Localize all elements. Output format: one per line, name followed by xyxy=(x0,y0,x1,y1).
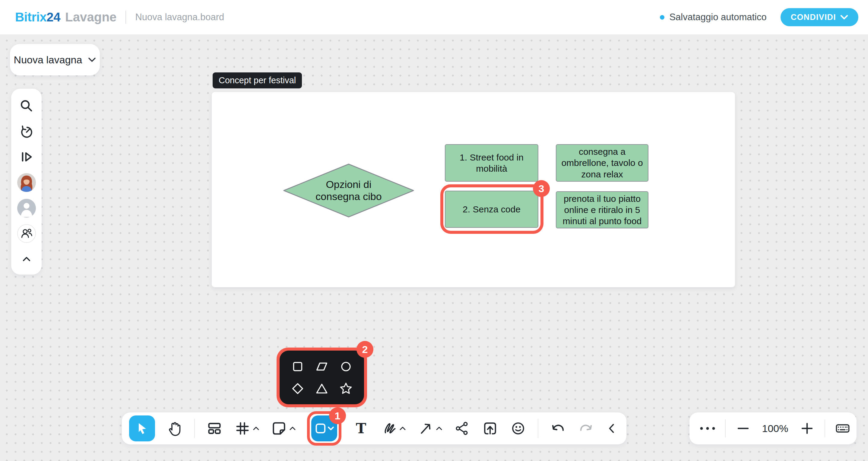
triangle-icon xyxy=(315,382,329,396)
zoom-in-button[interactable] xyxy=(799,420,815,437)
upload-tool-button[interactable] xyxy=(482,420,499,437)
chevron-up-icon xyxy=(20,252,33,266)
whiteboard-frame[interactable]: Opzioni di consegna cibo 1. Street food … xyxy=(212,92,735,287)
toolbar-divider xyxy=(538,419,538,438)
tutorial-highlight-ring xyxy=(440,184,544,234)
diagram-node[interactable]: 1. Street food in mobilità xyxy=(445,144,538,182)
pen-tool-group xyxy=(381,420,406,437)
frame-icon xyxy=(235,421,250,436)
undo-icon xyxy=(550,421,566,436)
history-icon xyxy=(19,124,34,140)
diagram-node[interactable]: prenota il tuo piatto online e ritiralo … xyxy=(556,191,648,228)
redo-icon xyxy=(578,421,594,436)
arrow-tool-group xyxy=(417,420,442,437)
chevron-up-icon[interactable] xyxy=(253,426,259,431)
zoom-out-button[interactable] xyxy=(735,420,752,437)
ellipsis-icon xyxy=(700,426,716,431)
logo-bitrix: Bitrix xyxy=(15,10,46,25)
text-tool-button[interactable]: T xyxy=(352,420,369,437)
shape-option-star[interactable] xyxy=(338,380,354,397)
autosave-status: Salvataggio automatico xyxy=(660,12,766,23)
zoom-level[interactable]: 100% xyxy=(761,423,789,434)
breadcrumb: Nuova lavagna.board xyxy=(135,12,224,23)
sticky-note-tool-button[interactable] xyxy=(271,420,287,437)
text-tool-icon: T xyxy=(356,422,366,435)
follow-cursor-icon xyxy=(19,149,34,165)
node-label: 1. Street food in mobilità xyxy=(447,152,536,174)
star-icon xyxy=(339,382,353,396)
frame-tool-button[interactable] xyxy=(234,420,251,437)
diagram-node[interactable]: consegna a ombrellone, tavolo o zona rel… xyxy=(556,144,648,182)
scribble-pen-icon xyxy=(381,421,397,436)
upload-icon xyxy=(483,421,498,436)
shape-option-parallelogram[interactable] xyxy=(313,358,330,375)
circle-icon xyxy=(339,360,353,373)
chevron-left-icon xyxy=(606,422,618,435)
parallelogram-icon xyxy=(315,360,329,373)
connector-tool-button[interactable] xyxy=(454,420,470,437)
chevron-up-icon[interactable] xyxy=(289,426,296,431)
chevron-down-icon xyxy=(840,15,848,20)
redo-button[interactable] xyxy=(578,420,594,437)
follow-cursor-button[interactable] xyxy=(17,148,36,166)
chevron-up-icon[interactable] xyxy=(436,426,442,431)
frame-title[interactable]: Concept per festival xyxy=(213,72,302,88)
chevron-up-icon[interactable] xyxy=(399,426,406,431)
collapse-panel-button[interactable] xyxy=(17,250,36,269)
shape-picker-popup xyxy=(280,350,364,404)
invite-users-button[interactable] xyxy=(17,224,36,243)
undo-button[interactable] xyxy=(550,420,566,437)
avatar-photo-image xyxy=(17,173,36,192)
board-switcher[interactable]: Nuova lavagna xyxy=(10,44,100,75)
layout-templates-icon xyxy=(207,421,222,436)
diamond-icon xyxy=(291,382,305,396)
autosave-label: Salvataggio automatico xyxy=(669,12,766,23)
minus-icon xyxy=(738,427,749,430)
history-button[interactable] xyxy=(17,122,36,141)
shape-option-triangle[interactable] xyxy=(313,380,330,397)
search-icon xyxy=(19,98,34,114)
keyboard-icon xyxy=(835,421,850,436)
more-options-button[interactable] xyxy=(699,420,716,437)
top-bar: Bitrix 24 Lavagne Nuova lavagna.board Sa… xyxy=(0,0,868,34)
shape-option-diamond[interactable] xyxy=(289,380,306,397)
hand-icon xyxy=(166,420,183,436)
autosave-dot-icon xyxy=(660,15,664,20)
tutorial-step-badge: 2 xyxy=(356,341,373,358)
avatar-placeholder-image xyxy=(17,199,36,218)
square-icon xyxy=(314,422,326,434)
user-avatar-photo[interactable] xyxy=(17,173,36,192)
hand-tool-button[interactable] xyxy=(166,420,183,437)
search-button[interactable] xyxy=(17,96,36,115)
user-avatar-placeholder[interactable] xyxy=(17,199,36,218)
bottom-toolbar: 1 T xyxy=(122,412,626,444)
zoom-controls: 100% xyxy=(689,412,857,444)
chevron-down-icon xyxy=(328,426,334,431)
shape-option-circle[interactable] xyxy=(338,358,354,375)
shape-option-square[interactable] xyxy=(289,358,306,375)
emoji-tool-button[interactable] xyxy=(510,420,527,437)
square-icon xyxy=(291,360,305,373)
tutorial-step-badge: 1 xyxy=(329,407,346,424)
select-tool-button[interactable] xyxy=(129,416,155,441)
node-label: prenota il tuo piatto online e ritiralo … xyxy=(558,193,646,227)
sticky-note-icon xyxy=(271,421,287,436)
bitrix24-whiteboard-app: Bitrix 24 Lavagne Nuova lavagna.board Sa… xyxy=(0,0,868,461)
keyboard-shortcuts-button[interactable] xyxy=(834,420,851,437)
bitrix24-logo: Bitrix 24 Lavagne xyxy=(15,10,116,25)
node-label: consegna a ombrellone, tavolo o zona rel… xyxy=(558,146,646,180)
share-button[interactable]: CONDIVIDI xyxy=(780,8,858,26)
toolbar-divider xyxy=(194,419,195,438)
plus-icon xyxy=(801,423,813,434)
logo-product: Lavagne xyxy=(65,10,116,25)
diagram-diamond[interactable]: Opzioni di consegna cibo xyxy=(282,163,415,218)
diamond-label: Opzioni di consegna cibo xyxy=(309,178,388,203)
pen-tool-button[interactable] xyxy=(381,420,398,437)
templates-tool-button[interactable] xyxy=(206,420,223,437)
frame-tool-group xyxy=(234,420,259,437)
toolbar-divider xyxy=(725,419,726,437)
arrow-tool-button[interactable] xyxy=(417,420,434,437)
collapse-toolbar-button[interactable] xyxy=(606,420,618,437)
sticky-note-tool-group xyxy=(271,420,296,437)
topbar-divider xyxy=(125,10,126,24)
